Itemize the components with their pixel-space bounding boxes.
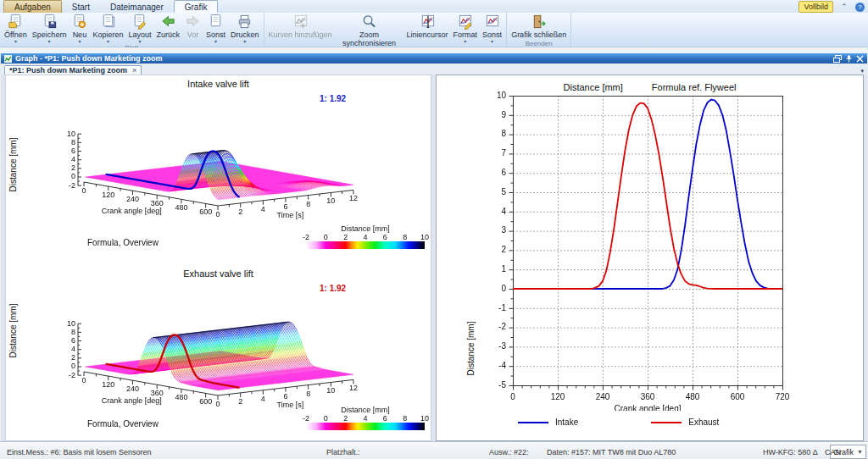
ribbon-button-vor: Vor	[182, 13, 203, 40]
ribbon-tab-row: Aufgaben StartDateimanagerGrafik Vollbil…	[0, 0, 868, 14]
colorbar-tick-label: 8	[403, 233, 407, 241]
collapse-ribbon-icon[interactable]: ⌃	[838, 3, 850, 11]
chart-cursor-icon	[420, 14, 436, 31]
ribbon-button-layout[interactable]: Layout▾	[125, 13, 153, 44]
colorbar-tick-label: 0	[324, 233, 328, 241]
colorbar-tick-label: 0	[324, 414, 328, 423]
ribbon-button-zoom-synchronisieren[interactable]: Zoom synchronisieren	[335, 13, 404, 47]
tab-list-dropdown-icon[interactable]: ▾	[860, 68, 864, 75]
intake-colorbar-ticks: -20246810	[306, 233, 425, 241]
door-close-icon	[531, 14, 547, 31]
close-window-icon[interactable]	[856, 55, 864, 63]
status-bar: Grafik ▼ Einst.Mess.: #6: Basis mit lose…	[0, 441, 868, 459]
colorbar-tick-label: -2	[303, 233, 309, 241]
status-platzhalt: Platzhalt.:	[326, 448, 360, 456]
ribbon-button-kopieren[interactable]: Kopieren▾	[90, 13, 125, 44]
main-area: Intake valve lift 1: 1.92 Distance [mm] …	[1, 75, 867, 441]
intake-colorbar-gradient	[306, 241, 425, 249]
float-window-icon[interactable]	[833, 55, 842, 63]
colorbar-tick-label: -2	[303, 414, 309, 423]
colorbar-tick-label: 2	[343, 414, 348, 423]
exhaust-caption: Formula, Overview	[87, 419, 159, 429]
colorbar-tick-label: 8	[403, 414, 407, 423]
doc-edit-icon	[131, 14, 147, 31]
exhaust-3d-surface-plot[interactable]	[25, 290, 428, 419]
ribbon-button-liniencursor[interactable]: Liniencursor	[404, 13, 451, 40]
exhaust-colorbar-gradient	[306, 423, 425, 430]
colorbar-tick-label: 4	[363, 414, 367, 423]
app-menu-tab[interactable]: Aufgaben	[3, 0, 62, 13]
intake-caption: Formula, Overview	[87, 238, 159, 247]
status-einst-mess: Einst.Mess.: #6: Basis mit losem Sensore…	[7, 448, 152, 456]
ribbon-button-speichern[interactable]: Speichern▾	[30, 13, 70, 44]
graph-window-titlebar: Graph - *P1: Push down Marketing zoom	[1, 53, 867, 64]
fullscreen-button[interactable]: Vollbild	[798, 1, 833, 13]
pin-icon[interactable]	[846, 55, 852, 63]
ribbon: Öffnen▾Speichern▾Neu▾Kopieren▾Layout▾Zur…	[0, 13, 868, 47]
ribbon-button-zurueck[interactable]: Zurück	[153, 13, 182, 40]
arrow-left-icon	[160, 14, 176, 31]
legend-item-exhaust: Exhaust	[651, 418, 719, 427]
chevron-down-icon: ▼	[857, 449, 863, 455]
colorbar-tick-label: 6	[383, 414, 387, 423]
document-tab-close-icon[interactable]: ×	[132, 66, 136, 75]
ribbon-group-blatt: Öffnen▾Speichern▾Neu▾Kopieren▾Layout▾Zur…	[0, 13, 264, 47]
doc-icon	[208, 14, 224, 31]
status-daten: Daten: #157: MIT TW8 mit Duo AL780	[547, 448, 676, 456]
exhaust-colorbar-ticks: -20246810	[306, 414, 425, 423]
zoom-icon	[361, 14, 377, 31]
document-tab-strip: *P1: Push down Marketing zoom × ▾	[1, 64, 867, 75]
graph-window-icon	[4, 55, 12, 63]
ribbon-button-neu[interactable]: Neu▾	[69, 13, 90, 44]
dropdown-arrow-icon[interactable]: ▾	[491, 40, 493, 44]
intake-3d-surface-plot[interactable]	[25, 101, 428, 230]
help-icon[interactable]: ?	[855, 3, 865, 12]
ribbon-button-label: Zurück	[156, 31, 180, 39]
ribbon-tab-dateimanager[interactable]: Dateimanager	[100, 0, 174, 13]
exhaust-z-axis-label: Distance [mm]	[8, 304, 18, 358]
document-tab-label: *P1: Push down Marketing zoom	[9, 66, 127, 75]
intake-colorbar-title: Distance [mm]	[306, 224, 425, 233]
colorbar-tick-label: 10	[420, 414, 429, 423]
colorbar-tick-label: 6	[383, 233, 387, 241]
doc-open-icon	[8, 14, 24, 31]
intake-3d-title: Intake valve lift	[6, 79, 431, 89]
colorbar-tick-label: 2	[343, 233, 348, 241]
ribbon-gap	[0, 47, 868, 53]
ribbon-button-label: Kurven hinzufügen	[269, 31, 332, 39]
ribbon-button-grafik-schliessen[interactable]: Grafik schließen	[509, 13, 569, 40]
exhaust-colorbar-title: Distance [mm]	[306, 406, 425, 414]
ribbon-button-oeffnen[interactable]: Öffnen▾	[2, 13, 30, 44]
ribbon-tab-grafik[interactable]: Grafik	[174, 0, 219, 13]
ribbon-group-beenden: Grafik schließenBeenden	[507, 13, 571, 47]
ribbon-button-drucken[interactable]: Drucken▾	[228, 13, 262, 44]
status-ausw: Ausw.: #22:	[489, 448, 529, 456]
legend-line-swatch	[518, 422, 548, 423]
document-tab[interactable]: *P1: Push down Marketing zoom ×	[4, 65, 142, 75]
ribbon-button-label: Zoom synchronisieren	[337, 31, 402, 47]
printer-icon	[236, 14, 253, 31]
colorbar-tick-label: 10	[420, 233, 429, 241]
colorbar-tick-label: 4	[363, 233, 367, 241]
ribbon-button-sonst-blatt[interactable]: Sonst▾	[203, 13, 228, 44]
ribbon-tab-start[interactable]: Start	[62, 0, 100, 13]
arrow-right-icon	[185, 14, 201, 31]
ribbon-group-diagramm: Kurven hinzufügenZoom synchronisierenLin…	[264, 13, 508, 47]
legend-label: Intake	[555, 418, 578, 427]
status-can: CAN	[825, 448, 841, 456]
doc-copy-icon	[100, 14, 116, 31]
chart-icon	[484, 14, 500, 31]
ribbon-button-label: Liniencursor	[407, 31, 448, 39]
intake-z-axis-label: Distance [mm]	[8, 138, 18, 192]
ribbon-button-label: Grafik schließen	[511, 31, 566, 39]
dropdown-arrow-icon[interactable]: ▾	[464, 40, 466, 44]
crank-angle-line-chart[interactable]	[462, 89, 840, 411]
doc-new-icon	[71, 14, 87, 31]
ribbon-button-format[interactable]: Format▾	[451, 13, 481, 44]
status-hw-kfg: HW-KFG: 580 Δ	[763, 448, 818, 456]
doc-save-icon	[42, 14, 58, 31]
ribbon-button-sonst-diagramm[interactable]: Sonst▾	[480, 13, 504, 44]
legend-label: Exhaust	[688, 418, 719, 427]
legend-line-swatch	[651, 422, 682, 423]
line-chart-legend: IntakeExhaust	[518, 418, 719, 427]
